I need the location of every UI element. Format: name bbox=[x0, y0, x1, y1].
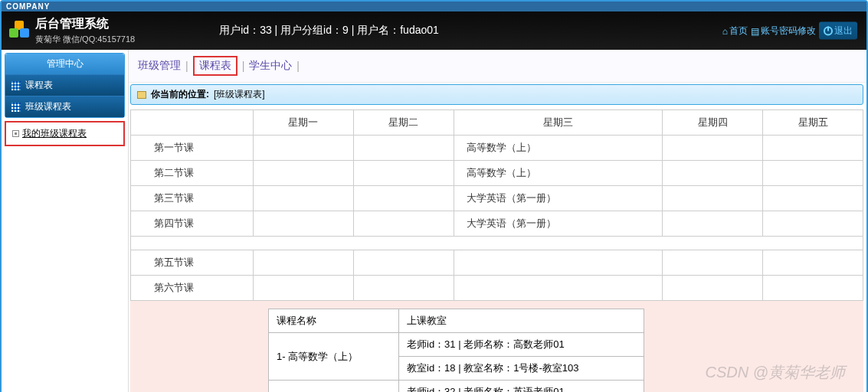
details-header-room: 上课教室 bbox=[399, 309, 644, 333]
schedule-cell bbox=[663, 161, 763, 186]
schedule-cell bbox=[353, 186, 454, 211]
schedule-cell bbox=[663, 136, 763, 161]
sidebar-item-label: 班级课程表 bbox=[25, 100, 71, 113]
breadcrumb: 你当前的位置: [班级课程表] bbox=[130, 84, 863, 105]
schedule-cell bbox=[454, 250, 663, 276]
course-name-cell: 2- 大学英语（第一册） bbox=[269, 381, 399, 393]
schedule-cell bbox=[763, 250, 863, 276]
grid-icon bbox=[11, 81, 21, 90]
details-row: 1- 高等数学（上）老师id：31 | 老师名称：高数老师01 bbox=[269, 333, 644, 357]
schedule-cell bbox=[353, 136, 454, 161]
sidebar-item-label: 课程表 bbox=[25, 79, 53, 92]
header: 后台管理系统 黄菊华 微信/QQ:45157718 用户id：33 | 用户分组… bbox=[2, 11, 866, 50]
logo-icon bbox=[9, 21, 29, 41]
schedule-cell bbox=[763, 211, 863, 237]
tab-class-manage[interactable]: 班级管理 bbox=[138, 59, 181, 73]
password-link[interactable]: ▤ 账号密码修改 bbox=[751, 24, 816, 38]
schedule-cell bbox=[254, 136, 354, 161]
table-row: 第五节课 bbox=[131, 250, 863, 276]
course-name-cell: 1- 高等数学（上） bbox=[269, 333, 399, 381]
sidebar-header: 管理中心 bbox=[5, 54, 124, 74]
sidebar: 管理中心 课程表 班级课程表 我的班级课程表 bbox=[2, 50, 129, 392]
schedule-table: 星期一 星期二 星期三 星期四 星期五 第一节课高等数学（上）第二节课高等数学（… bbox=[130, 109, 863, 301]
day-header: 星期一 bbox=[254, 110, 354, 136]
list-icon: ▤ bbox=[751, 25, 759, 36]
tab-separator: | bbox=[185, 60, 188, 72]
grid-icon bbox=[11, 103, 21, 112]
schedule-cell bbox=[353, 250, 454, 276]
schedule-cell bbox=[254, 161, 354, 186]
home-icon: ⌂ bbox=[722, 25, 728, 36]
schedule-cell: 大学英语（第一册） bbox=[454, 186, 663, 211]
schedule-cell bbox=[353, 161, 454, 186]
breadcrumb-location: [班级课程表] bbox=[214, 88, 265, 101]
details-table: 课程名称 上课教室 1- 高等数学（上）老师id：31 | 老师名称：高数老师0… bbox=[268, 309, 644, 392]
day-header: 星期三 bbox=[454, 110, 663, 136]
schedule-cell: 高等数学（上） bbox=[454, 161, 663, 186]
classroom-cell: 教室id：18 | 教室名称：1号楼-教室103 bbox=[399, 357, 644, 381]
table-row: 第六节课 bbox=[131, 276, 863, 301]
table-row: 第一节课高等数学（上） bbox=[131, 136, 863, 161]
table-row: 第三节课大学英语（第一册） bbox=[131, 186, 863, 211]
teacher-cell: 老师id：31 | 老师名称：高数老师01 bbox=[399, 333, 644, 357]
top-tabs: 班级管理 | 课程表 | 学生中心 | bbox=[129, 50, 866, 83]
period-cell: 第四节课 bbox=[131, 211, 254, 237]
user-info: 用户id：33 | 用户分组id：9 | 用户名：fudao01 bbox=[219, 24, 439, 38]
schedule-cell bbox=[663, 250, 763, 276]
schedule-cell bbox=[353, 276, 454, 301]
schedule-cell: 高等数学（上） bbox=[454, 136, 663, 161]
sidebar-item-class-schedule[interactable]: 班级课程表 bbox=[5, 96, 124, 117]
period-cell: 第一节课 bbox=[131, 136, 254, 161]
day-header: 星期五 bbox=[763, 110, 863, 136]
schedule-cell bbox=[763, 186, 863, 211]
schedule-cell bbox=[763, 136, 863, 161]
tab-schedule[interactable]: 课程表 bbox=[193, 56, 237, 76]
tab-separator: | bbox=[296, 60, 300, 72]
schedule-cell bbox=[353, 211, 454, 237]
schedule-cell bbox=[763, 161, 863, 186]
tab-separator: | bbox=[242, 60, 245, 72]
gap-row bbox=[131, 237, 863, 250]
home-link[interactable]: ⌂ 首页 bbox=[722, 24, 748, 38]
folder-icon bbox=[137, 91, 146, 99]
teacher-cell: 老师id：32 | 老师名称：英语老师01 bbox=[399, 381, 644, 393]
tab-student-center[interactable]: 学生中心 bbox=[249, 59, 292, 73]
tree-item-my-schedule[interactable]: 我的班级课程表 bbox=[12, 127, 117, 140]
period-cell: 第五节课 bbox=[131, 250, 254, 276]
schedule-cell bbox=[254, 276, 354, 301]
logout-button[interactable]: 退出 bbox=[819, 22, 857, 40]
sidebar-item-schedule[interactable]: 课程表 bbox=[5, 74, 124, 96]
table-row: 第四节课大学英语（第一册） bbox=[131, 211, 863, 237]
details-header-name: 课程名称 bbox=[269, 309, 399, 333]
home-label: 首页 bbox=[729, 24, 748, 38]
breadcrumb-prefix: 你当前的位置: bbox=[151, 88, 209, 101]
details-row: 2- 大学英语（第一册）老师id：32 | 老师名称：英语老师01 bbox=[269, 381, 644, 393]
tree-item-label: 我的班级课程表 bbox=[22, 127, 87, 140]
password-label: 账号密码修改 bbox=[761, 24, 816, 38]
company-tag: COMPANY bbox=[2, 2, 866, 11]
schedule-cell bbox=[663, 186, 763, 211]
logout-label: 退出 bbox=[834, 24, 853, 38]
schedule-cell bbox=[254, 186, 354, 211]
schedule-cell bbox=[763, 276, 863, 301]
system-title: 后台管理系统 bbox=[35, 16, 135, 32]
power-icon bbox=[824, 26, 833, 35]
schedule-cell bbox=[663, 276, 763, 301]
day-header: 星期二 bbox=[353, 110, 454, 136]
schedule-cell: 大学英语（第一册） bbox=[454, 211, 663, 237]
schedule-cell bbox=[454, 276, 663, 301]
period-cell: 第三节课 bbox=[131, 186, 254, 211]
schedule-cell bbox=[254, 211, 354, 237]
day-header: 星期四 bbox=[663, 110, 763, 136]
period-cell: 第二节课 bbox=[131, 161, 254, 186]
schedule-cell bbox=[254, 250, 354, 276]
corner-cell bbox=[131, 110, 254, 136]
system-subtitle: 黄菊华 微信/QQ:45157718 bbox=[35, 34, 135, 45]
square-icon bbox=[12, 130, 19, 137]
table-row: 第二节课高等数学（上） bbox=[131, 161, 863, 186]
period-cell: 第六节课 bbox=[131, 276, 254, 301]
schedule-cell bbox=[663, 211, 763, 237]
